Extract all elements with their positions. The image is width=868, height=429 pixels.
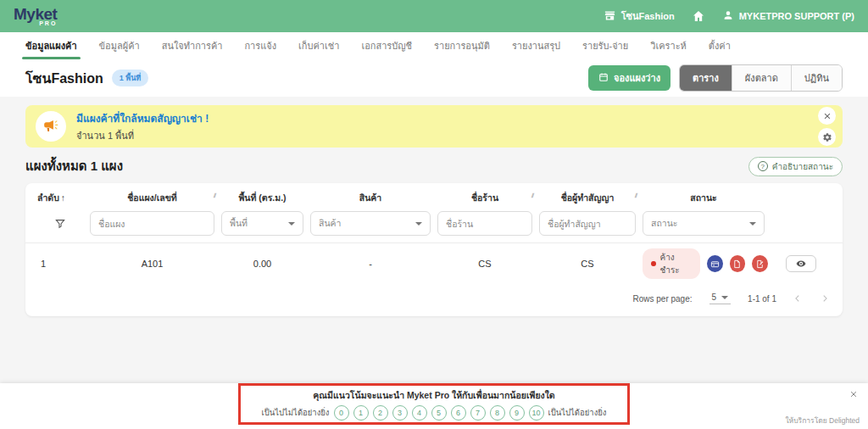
main-content: มีแผงค้าที่ใกล้หมดสัญญาเช่า ! จำนวน 1 พื…	[0, 97, 868, 429]
column-header-status[interactable]: สถานะ	[639, 191, 768, 205]
pagination-controls	[793, 294, 829, 303]
store-icon	[604, 9, 616, 24]
view-toggle-market-map[interactable]: ผังตลาด	[732, 65, 791, 91]
current-zone-selector[interactable]: โซนFashion	[604, 8, 675, 24]
column-resize-handle[interactable]: ⫽	[635, 192, 637, 199]
score-8-button[interactable]: 8	[490, 405, 505, 421]
tab-notifications[interactable]: การแจ้ง	[244, 32, 276, 59]
tab-accounting-docs[interactable]: เอกสารบัญชี	[361, 32, 412, 59]
stalls-total-heading: แผงทั้งหมด 1 แผง	[25, 156, 123, 176]
pagination-range: 1-1 of 1	[748, 294, 776, 304]
user-label: MYKETPRO SUPPORT (P)	[739, 11, 854, 21]
score-10-button[interactable]: 10	[529, 405, 544, 421]
tab-summary-report[interactable]: รายงานสรุป	[512, 32, 560, 59]
survey-scale: เป็นไปไม่ได้อย่างยิ่ง 0 1 2 3 4 5 6 7 8 …	[261, 405, 606, 421]
page-header: โซนFashion 1 พื้นที่ จองแผงว่าง ตาราง ผั…	[0, 59, 868, 97]
table-pagination: Rows per page: 5 1-1 of 1	[25, 284, 843, 315]
alert-settings-button[interactable]	[818, 128, 836, 146]
column-header-shop[interactable]: ชื่อร้าน ⫽	[434, 191, 536, 205]
book-button-label: จองแผงว่าง	[614, 70, 660, 86]
filter-name-input[interactable]	[90, 211, 214, 236]
view-row-button[interactable]	[786, 255, 816, 272]
table-header-row: ลำดับ↑ ชื่อแผง/เลขที่ ⫽ พื้นที่ (ตร.ม.) …	[25, 183, 843, 209]
contract-expiry-alert: มีแผงค้าที่ใกล้หมดสัญญาเช่า ! จำนวน 1 พื…	[25, 105, 843, 148]
score-0-button[interactable]: 0	[334, 405, 349, 421]
table-section-header: แผงทั้งหมด 1 แผง ? คำอธิบายสถานะ	[25, 156, 843, 176]
view-toggle-calendar[interactable]: ปฏิทิน	[791, 65, 842, 91]
page-header-right: จองแผงว่าง ตาราง ผังตลาด ปฏิทิน	[588, 64, 843, 92]
cell-status: ค้างชำระ	[639, 248, 768, 279]
tab-income-expense[interactable]: รายรับ-จ่าย	[582, 32, 628, 59]
score-2-button[interactable]: 2	[373, 405, 388, 421]
question-mark-icon: ?	[758, 161, 768, 171]
contract-edit-icon[interactable]	[752, 255, 768, 272]
score-1-button[interactable]: 1	[353, 405, 369, 421]
next-page-button[interactable]	[821, 294, 829, 303]
cell-shop: CS	[434, 259, 536, 269]
status-legend-button[interactable]: ? คำอธิบายสถานะ	[748, 157, 843, 176]
score-9-button[interactable]: 9	[509, 405, 525, 421]
column-header-area[interactable]: พื้นที่ (ตร.ม.)	[218, 191, 307, 205]
book-empty-stall-button[interactable]: จองแผงว่าง	[588, 65, 670, 91]
rows-per-page-label: Rows per page:	[632, 294, 692, 304]
column-header-contractor[interactable]: ชื่อผู้ทำสัญญา ⫽	[536, 191, 639, 205]
filter-contractor-input[interactable]	[539, 211, 636, 236]
tab-analytics[interactable]: วิเคราะห์	[650, 32, 687, 59]
status-label: ค้างชำระ	[660, 251, 692, 276]
myket-logo[interactable]: Myket PRO	[14, 6, 57, 26]
alert-close-button[interactable]	[818, 107, 836, 125]
table-row: 1 A101 0.00 - CS CS ค้างชำระ	[25, 242, 843, 284]
filter-funnel-button[interactable]	[34, 218, 86, 230]
tab-rent-collection[interactable]: เก็บค่าเช่า	[298, 32, 339, 59]
column-header-product[interactable]: สินค้า	[307, 191, 434, 205]
score-4-button[interactable]: 4	[412, 405, 427, 421]
cell-contractor: CS	[536, 259, 639, 269]
cell-area: 0.00	[218, 259, 307, 269]
tab-panel-data[interactable]: ข้อมูลแผงค้า	[25, 32, 77, 59]
rows-per-page-select[interactable]: 5	[709, 292, 732, 304]
sort-ascending-icon: ↑	[61, 192, 65, 203]
stalls-table-card: ลำดับ↑ ชื่อแผง/เลขที่ ⫽ พื้นที่ (ตร.ม.) …	[25, 183, 843, 316]
column-resize-handle[interactable]: ⫽	[214, 192, 216, 199]
payment-card-icon[interactable]	[707, 255, 723, 272]
top-header: Myket PRO โซนFashion MYKETPRO SUPPORT (P…	[0, 0, 868, 32]
column-header-order[interactable]: ลำดับ↑	[34, 191, 86, 205]
home-button[interactable]	[692, 9, 705, 23]
filter-shop-input[interactable]	[437, 211, 532, 236]
previous-page-button[interactable]	[793, 294, 802, 303]
score-6-button[interactable]: 6	[451, 405, 466, 421]
score-3-button[interactable]: 3	[392, 405, 408, 421]
tab-vendor-data[interactable]: ข้อมูลผู้ค้า	[99, 32, 140, 59]
status-dot-icon	[651, 261, 656, 266]
column-header-name[interactable]: ชื่อแผง/เลขที่ ⫽	[86, 191, 218, 205]
alert-text-block: มีแผงค้าที่ใกล้หมดสัญญาเช่า ! จำนวน 1 พื…	[76, 110, 209, 143]
page-title: โซนFashion	[25, 68, 103, 89]
chevron-down-icon	[749, 222, 756, 226]
chevron-down-icon	[415, 222, 422, 226]
tab-trade-interest[interactable]: สนใจทำการค้า	[162, 32, 223, 59]
filter-area-select[interactable]: พื้นที่	[221, 211, 303, 236]
filter-status-select[interactable]: สถานะ	[643, 211, 765, 236]
filter-product-select[interactable]: สินค้า	[310, 211, 431, 236]
chevron-down-icon	[288, 222, 295, 226]
calendar-icon	[598, 72, 609, 84]
score-7-button[interactable]: 7	[470, 405, 486, 421]
logo-sub-text: PRO	[39, 20, 57, 26]
user-menu[interactable]: MYKETPRO SUPPORT (P)	[722, 9, 854, 23]
person-icon	[722, 9, 734, 23]
alert-subtitle: จำนวน 1 พื้นที่	[76, 128, 209, 143]
view-toggle-table[interactable]: ตาราง	[680, 65, 732, 91]
survey-provider-credit: ให้บริการโดย Delighted	[785, 415, 860, 426]
status-badge: ค้างชำระ	[643, 248, 700, 279]
tab-approvals[interactable]: รายการอนุมัติ	[434, 32, 490, 59]
tab-settings[interactable]: ตั้งค่า	[709, 32, 731, 59]
cell-product: -	[307, 259, 434, 269]
column-resize-handle[interactable]: ⫽	[531, 192, 534, 199]
survey-close-button[interactable]	[849, 388, 858, 401]
cell-order: 1	[34, 259, 86, 269]
score-5-button[interactable]: 5	[431, 405, 447, 421]
cell-actions	[768, 255, 834, 272]
invoice-document-icon[interactable]	[730, 255, 746, 272]
survey-min-label: เป็นไปไม่ได้อย่างยิ่ง	[261, 406, 329, 419]
alert-controls	[818, 107, 836, 146]
